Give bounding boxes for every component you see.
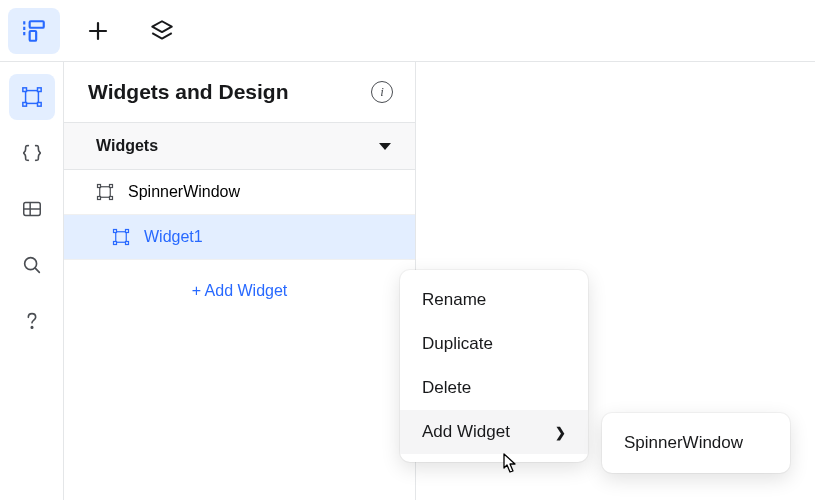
layers-icon bbox=[149, 18, 175, 44]
add-widget-button[interactable]: + Add Widget bbox=[64, 260, 415, 322]
svg-rect-24 bbox=[114, 242, 117, 245]
bounding-box-icon bbox=[96, 183, 114, 201]
svg-rect-7 bbox=[37, 88, 41, 92]
widgets-panel: Widgets and Design i Widgets SpinnerWind… bbox=[64, 62, 416, 500]
search-icon bbox=[21, 254, 43, 276]
svg-rect-16 bbox=[100, 187, 111, 198]
svg-rect-20 bbox=[110, 197, 113, 200]
widget-tree: SpinnerWindow Widget1 bbox=[64, 170, 415, 260]
svg-marker-4 bbox=[152, 21, 172, 32]
svg-rect-18 bbox=[110, 185, 113, 188]
tree-item-label: Widget1 bbox=[144, 228, 203, 246]
svg-line-14 bbox=[35, 268, 39, 272]
svg-rect-19 bbox=[98, 197, 101, 200]
layout-icon bbox=[21, 18, 47, 44]
svg-rect-9 bbox=[37, 103, 41, 107]
context-item-label: Duplicate bbox=[422, 334, 493, 354]
svg-rect-21 bbox=[116, 232, 127, 243]
table-icon bbox=[21, 198, 43, 220]
rail-design-tab[interactable] bbox=[9, 74, 55, 120]
context-add-widget[interactable]: Add Widget ❯ bbox=[400, 410, 588, 454]
context-menu: Rename Duplicate Delete Add Widget ❯ bbox=[400, 270, 588, 462]
braces-icon bbox=[21, 142, 43, 164]
submenu-item-label: SpinnerWindow bbox=[624, 433, 743, 452]
context-rename[interactable]: Rename bbox=[400, 278, 588, 322]
context-delete[interactable]: Delete bbox=[400, 366, 588, 410]
chevron-down-icon bbox=[379, 143, 391, 150]
panel-header: Widgets and Design i bbox=[64, 62, 415, 123]
context-item-label: Rename bbox=[422, 290, 486, 310]
add-tool-button[interactable] bbox=[72, 8, 124, 54]
bounding-box-icon bbox=[21, 86, 43, 108]
svg-rect-22 bbox=[114, 230, 117, 233]
svg-rect-1 bbox=[30, 31, 37, 41]
bounding-box-icon bbox=[112, 228, 130, 246]
info-icon[interactable]: i bbox=[371, 81, 393, 103]
svg-rect-25 bbox=[126, 242, 129, 245]
left-rail bbox=[0, 62, 64, 500]
tree-item-spinnerwindow[interactable]: SpinnerWindow bbox=[64, 170, 415, 215]
rail-table-tab[interactable] bbox=[9, 186, 55, 232]
panel-title: Widgets and Design bbox=[88, 80, 289, 104]
svg-rect-6 bbox=[22, 88, 26, 92]
rail-help-tab[interactable] bbox=[9, 298, 55, 344]
question-icon bbox=[21, 310, 43, 332]
svg-rect-23 bbox=[126, 230, 129, 233]
section-title: Widgets bbox=[96, 137, 158, 155]
rail-search-tab[interactable] bbox=[9, 242, 55, 288]
context-duplicate[interactable]: Duplicate bbox=[400, 322, 588, 366]
context-item-label: Add Widget bbox=[422, 422, 510, 442]
plus-icon bbox=[86, 19, 110, 43]
top-toolbar bbox=[0, 0, 815, 62]
submenu-spinnerwindow[interactable]: SpinnerWindow bbox=[602, 423, 790, 463]
svg-rect-5 bbox=[25, 91, 38, 104]
svg-point-15 bbox=[31, 327, 32, 328]
chevron-right-icon: ❯ bbox=[555, 425, 566, 440]
layout-tool-button[interactable] bbox=[8, 8, 60, 54]
widgets-section-header[interactable]: Widgets bbox=[64, 123, 415, 170]
svg-rect-17 bbox=[98, 185, 101, 188]
tree-item-widget1[interactable]: Widget1 bbox=[64, 215, 415, 260]
context-submenu: SpinnerWindow bbox=[602, 413, 790, 473]
context-item-label: Delete bbox=[422, 378, 471, 398]
rail-code-tab[interactable] bbox=[9, 130, 55, 176]
tree-item-label: SpinnerWindow bbox=[128, 183, 240, 201]
layers-tool-button[interactable] bbox=[136, 8, 188, 54]
svg-rect-8 bbox=[22, 103, 26, 107]
svg-rect-0 bbox=[30, 21, 44, 28]
